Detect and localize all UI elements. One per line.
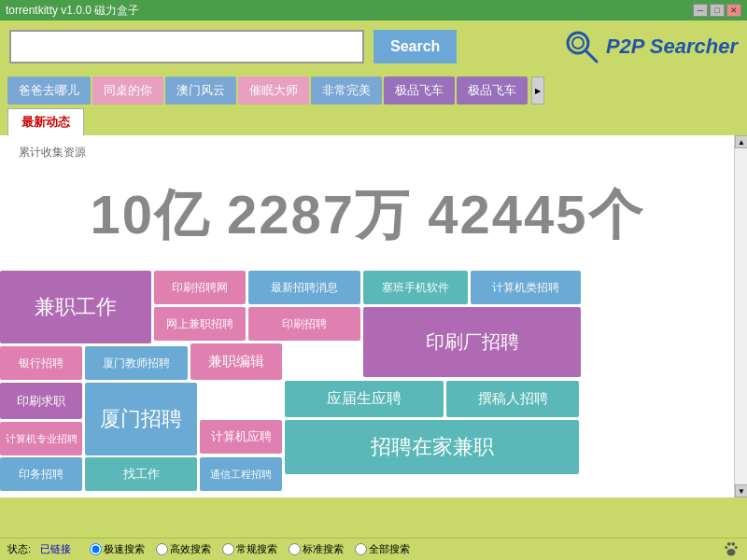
- close-button[interactable]: ✕: [726, 4, 741, 17]
- radio-label-0: 极速搜索: [104, 542, 145, 556]
- tag-应届生应聘[interactable]: 应届生应聘: [285, 381, 444, 417]
- radio-input-1[interactable]: [156, 543, 168, 555]
- search-logo-icon: [563, 28, 600, 65]
- tag-印刷招聘[interactable]: 印刷招聘: [248, 307, 360, 341]
- radio-label-4: 全部搜索: [369, 542, 410, 556]
- minimize-button[interactable]: ─: [693, 4, 708, 17]
- quick-links-bar: 爸爸去哪儿同桌的你澳门风云催眠大师非常完美极品飞车极品飞车▶: [0, 73, 747, 108]
- tag-计算机应聘[interactable]: 计算机应聘: [200, 420, 282, 454]
- title-bar: torrentkitty v1.0.0 磁力盒子 ─ □ ✕: [0, 0, 747, 21]
- tag-塞班手机软件[interactable]: 塞班手机软件: [363, 271, 468, 304]
- quick-link-item-1[interactable]: 同桌的你: [92, 77, 163, 105]
- tag-最新招聘消息[interactable]: 最新招聘消息: [248, 271, 360, 304]
- scroll-down-arrow[interactable]: ▼: [735, 484, 747, 497]
- tag-兼职工作[interactable]: 兼职工作: [0, 271, 151, 343]
- window-controls: ─ □ ✕: [693, 4, 741, 17]
- tag-网上兼职招聘[interactable]: 网上兼职招聘: [154, 307, 246, 341]
- state-value: 已链接: [40, 542, 71, 556]
- svg-point-3: [727, 541, 731, 545]
- quick-link-item-6[interactable]: 极品飞车: [457, 77, 528, 105]
- resource-count: 10亿 2287万 42445个: [0, 179, 734, 252]
- tag-印刷招聘网[interactable]: 印刷招聘网: [154, 271, 246, 304]
- tab-item-0[interactable]: 最新动态: [7, 108, 84, 135]
- quick-link-item-0[interactable]: 爸爸去哪儿: [7, 77, 91, 105]
- p2p-logo: P2P Searcher: [563, 28, 738, 65]
- tag-找工作[interactable]: 找工作: [85, 457, 197, 491]
- resource-count-label: 累计收集资源: [19, 145, 734, 161]
- scroll-track: [735, 148, 747, 484]
- tag-厦门教师招聘[interactable]: 厦门教师招聘: [85, 346, 188, 380]
- maximize-button[interactable]: □: [710, 4, 725, 17]
- quick-link-item-2[interactable]: 澳门风云: [165, 77, 236, 105]
- radio-input-2[interactable]: [222, 543, 234, 555]
- radio-input-0[interactable]: [90, 543, 102, 555]
- radio-input-4[interactable]: [355, 543, 367, 555]
- tag-印刷求职[interactable]: 印刷求职: [0, 383, 82, 419]
- tag-银行招聘[interactable]: 银行招聘: [0, 346, 82, 380]
- quick-link-item-3[interactable]: 催眠大师: [238, 77, 309, 105]
- svg-point-4: [731, 541, 735, 545]
- tab-bar: 最新动态: [0, 108, 747, 135]
- header: Search P2P Searcher: [0, 21, 747, 73]
- main-inner: 累计收集资源 10亿 2287万 42445个 兼职工作印刷招聘网最新招聘消息塞…: [0, 135, 734, 497]
- tag-撰稿人招聘[interactable]: 撰稿人招聘: [446, 381, 579, 417]
- tag-印务招聘[interactable]: 印务招聘: [0, 457, 82, 491]
- quick-links-scroll-right[interactable]: ▶: [531, 77, 544, 105]
- p2p-logo-text: P2P Searcher: [606, 35, 738, 59]
- search-input[interactable]: [9, 30, 364, 63]
- svg-line-2: [585, 50, 597, 62]
- quick-link-item-5[interactable]: 极品飞车: [384, 77, 455, 105]
- radio-label-3: 标准搜索: [303, 542, 344, 556]
- status-bar: 状态: 已链接 极速搜索高效搜索常规搜索标准搜索全部搜索: [0, 538, 747, 560]
- tag-兼职编辑[interactable]: 兼职编辑: [190, 343, 282, 380]
- tag-计算机专业招聘[interactable]: 计算机专业招聘: [0, 422, 82, 455]
- radio-label-1: 高效搜索: [170, 542, 211, 556]
- radio-option-2[interactable]: 常规搜索: [222, 542, 277, 556]
- radio-option-0[interactable]: 极速搜索: [90, 542, 145, 556]
- search-mode-group: 极速搜索高效搜索常规搜索标准搜索全部搜索: [90, 542, 410, 556]
- radio-input-3[interactable]: [289, 543, 301, 555]
- paw-icon: [723, 540, 740, 559]
- right-scrollbar[interactable]: ▲ ▼: [734, 135, 747, 497]
- quick-link-item-4[interactable]: 非常完美: [311, 77, 382, 105]
- search-button[interactable]: Search: [374, 30, 457, 63]
- radio-option-1[interactable]: 高效搜索: [156, 542, 211, 556]
- state-label: 状态:: [7, 542, 31, 556]
- main-content-area: 累计收集资源 10亿 2287万 42445个 兼职工作印刷招聘网最新招聘消息塞…: [0, 135, 747, 497]
- tag-印刷厂招聘[interactable]: 印刷厂招聘: [363, 307, 581, 377]
- svg-point-5: [725, 546, 727, 549]
- tag-招聘在家兼职[interactable]: 招聘在家兼职: [285, 420, 579, 474]
- tag-计算机类招聘[interactable]: 计算机类招聘: [471, 271, 581, 304]
- tag-通信工程招聘[interactable]: 通信工程招聘: [200, 457, 282, 491]
- svg-point-7: [727, 549, 736, 556]
- tags-cloud: 兼职工作印刷招聘网最新招聘消息塞班手机软件计算机类招聘网上兼职招聘印刷招聘印刷厂…: [0, 271, 728, 476]
- svg-point-1: [572, 37, 584, 49]
- title-bar-text: torrentkitty v1.0.0 磁力盒子: [6, 3, 139, 19]
- radio-label-2: 常规搜索: [236, 542, 277, 556]
- svg-point-6: [735, 546, 738, 549]
- radio-option-3[interactable]: 标准搜索: [289, 542, 344, 556]
- tag-厦门招聘[interactable]: 厦门招聘: [85, 383, 197, 455]
- scroll-up-arrow[interactable]: ▲: [735, 135, 747, 148]
- radio-option-4[interactable]: 全部搜索: [355, 542, 410, 556]
